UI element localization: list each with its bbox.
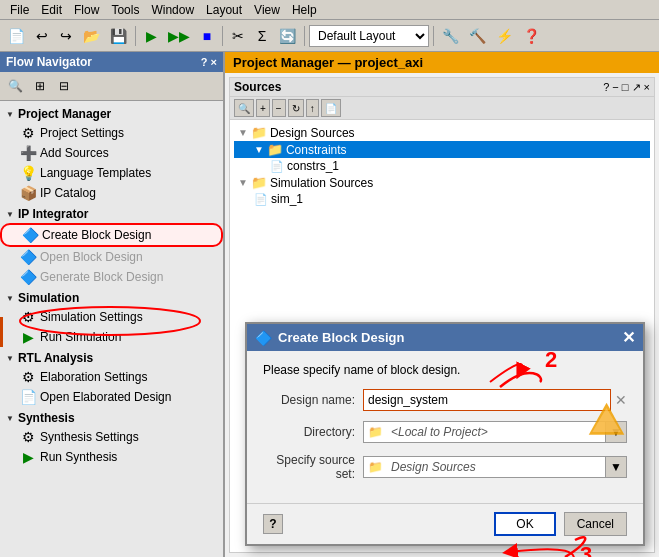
menu-file[interactable]: File (4, 2, 35, 18)
project-settings-icon: ⚙ (20, 125, 36, 141)
save-btn[interactable]: 💾 (106, 24, 131, 48)
source-set-dropdown-arrow[interactable]: ▼ (605, 457, 626, 477)
nav-item-add-sources[interactable]: ➕ Add Sources (0, 143, 223, 163)
nav-item-open-elaborated-design[interactable]: 📄 Open Elaborated Design (0, 387, 223, 407)
dialog-close-button[interactable]: ✕ (622, 328, 635, 347)
nav-section-header-synthesis[interactable]: ▼ Synthesis (0, 409, 223, 427)
sources-toolbar: 🔍 + − ↻ ↑ 📄 (230, 97, 654, 120)
nav-item-synthesis-settings[interactable]: ⚙ Synthesis Settings (0, 427, 223, 447)
triangle-icon-rtl: ▼ (6, 354, 14, 363)
folder-expand-icon-constraints: ▼ (254, 144, 264, 155)
section-label-simulation: Simulation (18, 291, 79, 305)
tree-item-label-constrs1: constrs_1 (287, 159, 339, 173)
menu-window[interactable]: Window (145, 2, 200, 18)
nav-item-label-simulation-settings: Simulation Settings (40, 310, 143, 324)
run2-btn[interactable]: ▶▶ (164, 24, 194, 48)
nav-item-generate-block-design[interactable]: 🔷 Generate Block Design (0, 267, 223, 287)
sources-refresh-btn[interactable]: ↻ (288, 99, 304, 117)
cut-btn[interactable]: ✂ (227, 24, 249, 48)
nav-collapse-btn[interactable]: ⊟ (53, 74, 75, 98)
nav-item-language-templates[interactable]: 💡 Language Templates (0, 163, 223, 183)
nav-search-btn[interactable]: 🔍 (4, 74, 27, 98)
menu-view[interactable]: View (248, 2, 286, 18)
menu-tools[interactable]: Tools (105, 2, 145, 18)
undo-btn[interactable]: ↩ (31, 24, 53, 48)
nav-item-open-block-design[interactable]: 🔷 Open Block Design (0, 247, 223, 267)
menu-help[interactable]: Help (286, 2, 323, 18)
tool2-btn[interactable]: 🔨 (465, 24, 490, 48)
nav-item-create-block-design[interactable]: 🔷 Create Block Design (0, 223, 223, 247)
nav-item-elaboration-settings[interactable]: ⚙ Elaboration Settings (0, 367, 223, 387)
elaboration-settings-icon: ⚙ (20, 369, 36, 385)
dialog-help-button[interactable]: ? (263, 514, 283, 534)
triangle-icon: ▼ (6, 110, 14, 119)
nav-item-run-simulation[interactable]: ▶ Run Simulation (0, 327, 223, 347)
sources-search-btn[interactable]: 🔍 (234, 99, 254, 117)
section-label-ip-integrator: IP Integrator (18, 207, 88, 221)
nav-item-simulation-settings[interactable]: ⚙ Simulation Settings (0, 307, 223, 327)
open-block-design-icon: 🔷 (20, 249, 36, 265)
folder-icon-constraints: 📁 (267, 142, 283, 157)
sources-file-btn[interactable]: 📄 (321, 99, 341, 117)
nav-section-rtl-analysis: ▼ RTL Analysis ⚙ Elaboration Settings 📄 … (0, 349, 223, 407)
design-name-input[interactable] (363, 389, 611, 411)
tool3-btn[interactable]: ⚡ (492, 24, 517, 48)
nav-item-ip-catalog[interactable]: 📦 IP Catalog (0, 183, 223, 203)
tool1-btn[interactable]: 🔧 (438, 24, 463, 48)
dialog-ok-button[interactable]: OK (494, 512, 555, 536)
dialog-prompt: Please specify name of block design. (263, 363, 627, 377)
folder-icon-design-sources: 📁 (251, 125, 267, 140)
menu-layout[interactable]: Layout (200, 2, 248, 18)
nav-section-ip-integrator: ▼ IP Integrator 🔷 Create Block Design 🔷 … (0, 205, 223, 287)
folder-expand-icon-sim: ▼ (238, 177, 248, 188)
nav-item-project-settings[interactable]: ⚙ Project Settings (0, 123, 223, 143)
refresh-btn[interactable]: 🔄 (275, 24, 300, 48)
main-layout: Flow Navigator ? × 🔍 ⊞ ⊟ ▼ Project Manag… (0, 52, 659, 557)
tree-item-design-sources[interactable]: ▼ 📁 Design Sources (234, 124, 650, 141)
dialog-footer: ? OK Cancel (247, 503, 643, 544)
layout-dropdown[interactable]: Default Layout (309, 25, 429, 47)
form-row-design-name: Design name: ✕ (263, 389, 627, 411)
redo-btn[interactable]: ↪ (55, 24, 77, 48)
sources-add-btn[interactable]: + (256, 99, 270, 117)
run-btn[interactable]: ▶ (140, 24, 162, 48)
sources-remove-btn[interactable]: − (272, 99, 286, 117)
nav-section-header-rtl-analysis[interactable]: ▼ RTL Analysis (0, 349, 223, 367)
sources-controls: ? − □ ↗ × (603, 81, 650, 94)
menu-flow[interactable]: Flow (68, 2, 105, 18)
nav-section-header-ip-integrator[interactable]: ▼ IP Integrator (0, 205, 223, 223)
simulation-settings-icon: ⚙ (20, 309, 36, 325)
section-label-synthesis: Synthesis (18, 411, 75, 425)
sources-up-btn[interactable]: ↑ (306, 99, 319, 117)
tree-item-simulation-sources[interactable]: ▼ 📁 Simulation Sources (234, 174, 650, 191)
xilinx-logo-svg (587, 401, 627, 441)
flow-nav-toolbar: 🔍 ⊞ ⊟ (0, 72, 223, 101)
dialog-cancel-button[interactable]: Cancel (564, 512, 627, 536)
open-btn[interactable]: 📂 (79, 24, 104, 48)
nav-section-simulation: ▼ Simulation ⚙ Simulation Settings ▶ Run… (0, 289, 223, 347)
tree-item-constraints[interactable]: ▼ 📁 Constraints (234, 141, 650, 158)
menu-edit[interactable]: Edit (35, 2, 68, 18)
flow-nav-header: Flow Navigator ? × (0, 52, 223, 72)
nav-section-header-simulation[interactable]: ▼ Simulation (0, 289, 223, 307)
tree-item-sim1[interactable]: 📄 sim_1 (234, 191, 650, 207)
nav-expand-btn[interactable]: ⊞ (29, 74, 51, 98)
menu-bar: File Edit Flow Tools Window Layout View … (0, 0, 659, 20)
source-set-value: Design Sources (387, 458, 605, 476)
stop-btn[interactable]: ■ (196, 24, 218, 48)
help-btn[interactable]: ❓ (519, 24, 544, 48)
run-synthesis-icon: ▶ (20, 449, 36, 465)
section-label-rtl-analysis: RTL Analysis (18, 351, 93, 365)
file-icon-sim1: 📄 (254, 193, 268, 206)
toolbar: 📄 ↩ ↪ 📂 💾 ▶ ▶▶ ■ ✂ Σ 🔄 Default Layout 🔧 … (0, 20, 659, 52)
language-templates-icon: 💡 (20, 165, 36, 181)
dialog-title-icon: 🔷 (255, 330, 272, 346)
tree-item-constrs1[interactable]: 📄 constrs_1 (234, 158, 650, 174)
directory-icon: 📁 (364, 423, 387, 441)
nav-item-run-synthesis[interactable]: ▶ Run Synthesis (0, 447, 223, 467)
form-label-directory: Directory: (263, 425, 363, 439)
nav-section-header-project-manager[interactable]: ▼ Project Manager (0, 105, 223, 123)
new-file-btn[interactable]: 📄 (4, 24, 29, 48)
sep4 (433, 26, 434, 46)
sum-btn[interactable]: Σ (251, 24, 273, 48)
